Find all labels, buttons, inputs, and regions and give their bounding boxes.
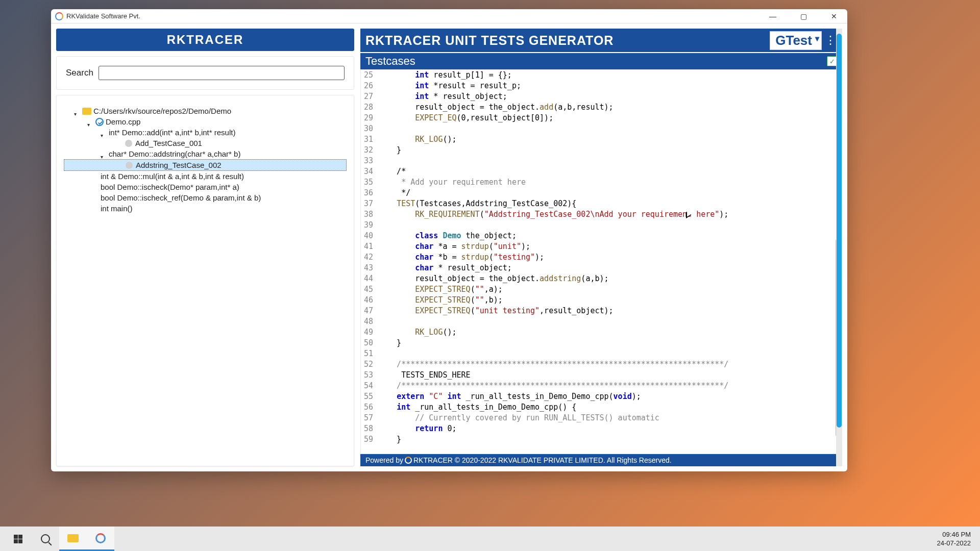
code-line[interactable]: 49 RK_LOG(); <box>361 327 842 338</box>
framework-dropdown[interactable]: GTest <box>770 31 822 50</box>
search-input[interactable] <box>99 66 345 80</box>
line-number: 43 <box>361 263 378 273</box>
line-number: 53 <box>361 370 378 381</box>
code-line[interactable]: 39 <box>361 220 842 231</box>
code-text: } <box>378 145 401 156</box>
scrollbar-thumb[interactable] <box>837 34 842 428</box>
testcase-icon <box>125 140 132 147</box>
code-line[interactable]: 56 int _run_all_tests_in_Demo_Demo_cpp()… <box>361 402 842 413</box>
code-line[interactable]: 28 result_object = the_object.add(a,b,re… <box>361 102 842 113</box>
code-line[interactable]: 54 /************************************… <box>361 381 842 391</box>
app-window: RKValidate Software Pvt. — ▢ ✕ RKTRACER … <box>51 9 847 471</box>
code-text: RK_REQUIREMENT("Addstring_TestCase_002\n… <box>378 209 728 220</box>
code-text: EXPECT_STREQ("",b); <box>378 295 503 306</box>
code-line[interactable]: 42 char *b = strdup("testing"); <box>361 252 842 263</box>
code-text: char *b = strdup("testing"); <box>378 252 544 263</box>
code-editor[interactable]: 25 int result_p[1] = {};26 int *result =… <box>360 69 842 454</box>
tree-testcase[interactable]: Add_TestCase_001 <box>64 138 347 148</box>
line-number: 56 <box>361 402 378 413</box>
system-tray[interactable]: 09:46 PM 24-07-2022 <box>937 530 976 547</box>
right-header: RKTRACER UNIT TESTS GENERATOR GTest ⋮ <box>360 29 842 52</box>
code-line[interactable]: 57 // Currently covered by run RUN_ALL_T… <box>361 413 842 423</box>
apply-check-icon[interactable]: ✓ <box>827 56 837 66</box>
line-number: 58 <box>361 423 378 434</box>
caret-icon[interactable] <box>87 119 92 124</box>
window-controls: — ▢ ✕ <box>763 9 844 23</box>
tree-label: C:/Users/rkv/source/repos2/Demo/Demo <box>93 107 231 115</box>
maximize-button[interactable]: ▢ <box>793 9 814 23</box>
tree-label: Addstring_TestCase_002 <box>136 161 222 169</box>
tree-function[interactable]: char* Demo::addstring(char* a,char* b) <box>64 148 347 159</box>
tree-root[interactable]: C:/Users/rkv/source/repos2/Demo/Demo <box>64 106 347 116</box>
code-line[interactable]: 46 EXPECT_STREQ("",b); <box>361 295 842 306</box>
code-line[interactable]: 36 */ <box>361 188 842 198</box>
code-line[interactable]: 38 RK_REQUIREMENT("Addstring_TestCase_00… <box>361 209 842 220</box>
tree-label: char* Demo::addstring(char* a,char* b) <box>109 149 240 158</box>
code-line[interactable]: 37 TEST(Testcases,Addstring_TestCase_002… <box>361 198 842 209</box>
code-line[interactable]: 52 /************************************… <box>361 359 842 370</box>
taskbar-explorer-button[interactable] <box>59 527 87 551</box>
line-number: 55 <box>361 391 378 402</box>
line-number: 31 <box>361 134 378 145</box>
line-number: 41 <box>361 241 378 252</box>
code-line[interactable]: 40 class Demo the_object; <box>361 231 842 241</box>
code-text: TESTS_ENDS_HERE <box>378 370 471 381</box>
code-line[interactable]: 50 } <box>361 338 842 348</box>
code-line[interactable]: 44 result_object = the_object.addstring(… <box>361 273 842 284</box>
taskbar: 09:46 PM 24-07-2022 <box>0 527 980 551</box>
code-line[interactable]: 27 int * result_object; <box>361 91 842 102</box>
code-line[interactable]: 43 char * result_object; <box>361 263 842 273</box>
code-line[interactable]: 41 char *a = strdup("unit"); <box>361 241 842 252</box>
code-line[interactable]: 29 EXPECT_EQ(0,result_object[0]); <box>361 113 842 123</box>
code-line[interactable]: 47 EXPECT_STREQ("unit testing",result_ob… <box>361 306 842 316</box>
code-line[interactable]: 59 } <box>361 434 842 445</box>
code-text: result_object = the_object.addstring(a,b… <box>378 273 609 284</box>
panel-scrollbar[interactable] <box>836 29 842 466</box>
start-button[interactable] <box>4 527 32 551</box>
tree-function[interactable]: bool Demo::ischeck(Demo* param,int* a) <box>64 182 347 192</box>
caret-icon[interactable] <box>101 130 106 135</box>
code-line[interactable]: 53 TESTS_ENDS_HERE <box>361 370 842 381</box>
code-line[interactable]: 26 int *result = result_p; <box>361 81 842 91</box>
tree-function[interactable]: int & Demo::mul(int & a,int & b,int & re… <box>64 171 347 182</box>
right-panel: RKTRACER UNIT TESTS GENERATOR GTest ⋮ Te… <box>360 29 842 466</box>
line-number: 27 <box>361 91 378 102</box>
footer-prefix: Powered by <box>365 456 403 464</box>
code-line[interactable]: 51 <box>361 348 842 359</box>
code-line[interactable]: 55 extern "C" int _run_all_tests_in_Demo… <box>361 391 842 402</box>
tree-function[interactable]: int main() <box>64 203 347 214</box>
code-text: /* <box>378 166 406 177</box>
footer-brand: RKTRACER <box>413 456 453 464</box>
code-line[interactable]: 32 } <box>361 145 842 156</box>
tree-label: int main() <box>101 204 133 213</box>
code-text: int result_p[1] = {}; <box>378 70 512 81</box>
taskbar-app-button[interactable] <box>87 527 114 551</box>
line-number: 35 <box>361 177 378 188</box>
tree-function[interactable]: int* Demo::add(int* a,int* b,int* result… <box>64 127 347 138</box>
tree-file[interactable]: Demo.cpp <box>64 116 347 127</box>
minimize-button[interactable]: — <box>763 9 783 23</box>
code-line[interactable]: 34 /* <box>361 166 842 177</box>
code-line[interactable]: 33 <box>361 156 842 166</box>
code-line[interactable]: 35 * Add your requirement here <box>361 177 842 188</box>
tree-label: int* Demo::add(int* a,int* b,int* result… <box>109 128 235 137</box>
caret-icon[interactable] <box>74 109 79 114</box>
project-tree[interactable]: C:/Users/rkv/source/repos2/Demo/Demo Dem… <box>56 95 354 466</box>
caret-icon[interactable] <box>101 152 106 157</box>
search-label: Search <box>66 68 93 78</box>
line-number: 39 <box>361 220 378 231</box>
code-line[interactable]: 30 <box>361 123 842 134</box>
cpp-file-icon <box>95 118 104 126</box>
line-number: 26 <box>361 81 378 91</box>
code-line[interactable]: 25 int result_p[1] = {}; <box>361 70 842 81</box>
taskbar-search-button[interactable] <box>32 527 59 551</box>
folder-icon <box>82 108 91 115</box>
code-line[interactable]: 45 EXPECT_STREQ("",a); <box>361 284 842 295</box>
code-line[interactable]: 31 RK_LOG(); <box>361 134 842 145</box>
tree-function[interactable]: bool Demo::ischeck_ref(Demo & param,int … <box>64 192 347 203</box>
tree-label: bool Demo::ischeck(Demo* param,int* a) <box>101 183 239 191</box>
tree-testcase-selected[interactable]: Addstring_TestCase_002 <box>64 159 347 171</box>
code-line[interactable]: 58 return 0; <box>361 423 842 434</box>
code-line[interactable]: 48 <box>361 316 842 327</box>
close-button[interactable]: ✕ <box>824 9 844 23</box>
